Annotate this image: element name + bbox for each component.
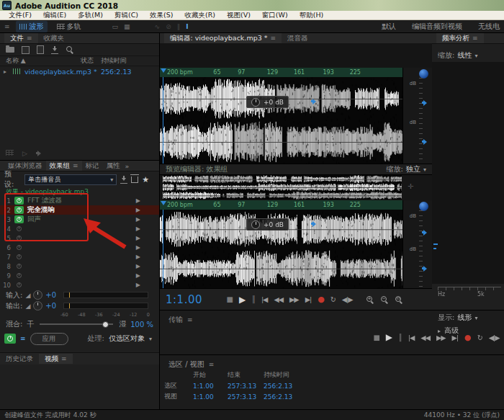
workspace-default[interactable]: 默认 (382, 22, 396, 32)
slot-arrow-icon[interactable]: ▶ (136, 197, 140, 204)
view-end[interactable]: 257:3.13 (228, 393, 264, 401)
effect-slot[interactable]: 9 ▶ (0, 271, 159, 280)
search-icon[interactable] (66, 45, 74, 54)
slot-arrow-icon[interactable]: ▶ (136, 244, 140, 251)
beats-ruler[interactable]: 200 bpm 6597129161193225 (160, 200, 403, 210)
waveform-display[interactable]: +0 dB (160, 77, 403, 164)
save-preset-icon[interactable] (120, 176, 127, 184)
zoom-navigator[interactable] (160, 43, 432, 68)
playhead-marker[interactable] (161, 201, 166, 205)
tab-frequency-analysis[interactable]: 频率分析 ≡ (436, 33, 484, 43)
waveform-view-button[interactable]: 波形 (16, 21, 48, 32)
waveform-display[interactable]: +0 dB (160, 210, 403, 288)
power-icon[interactable] (14, 197, 24, 205)
effect-slot[interactable]: 6 ▶ (0, 243, 159, 252)
preview-options-icon[interactable]: ✛ (408, 182, 413, 190)
monitor-icon[interactable]: ▭ (112, 23, 119, 30)
preset-select[interactable]: 单击播音员 ▾ (24, 174, 117, 185)
slot-arrow-icon[interactable]: ▶ (136, 263, 140, 269)
column-name[interactable]: 名称 ▲ (6, 56, 26, 66)
column-status[interactable]: 状态 (81, 56, 94, 66)
zoom-value[interactable]: 独立 (406, 164, 420, 174)
loop-button[interactable]: ↻ (477, 334, 482, 341)
play-button[interactable]: ▶ (386, 332, 392, 342)
right-channel-speaker-icon[interactable] (422, 138, 429, 145)
menu-item-6[interactable]: 视图(V) (221, 11, 256, 20)
move-playhead-button[interactable]: ◀|▶ (342, 295, 353, 303)
stop-button[interactable]: ■ (373, 334, 379, 341)
workspace-radio[interactable]: 无线电 (478, 22, 500, 32)
effect-slot[interactable]: 1 FFT 滤波器 ▶ (0, 196, 159, 205)
open-file-icon[interactable] (6, 47, 14, 53)
column-duration[interactable]: 持续时间 (101, 56, 127, 66)
slot-arrow-icon[interactable]: ▶ (136, 282, 140, 288)
expand-icon[interactable]: ▸ (4, 68, 6, 75)
autoplay-icon[interactable]: ▷ (22, 150, 27, 157)
slot-arrow-icon[interactable]: ▶ (136, 254, 140, 260)
hud-volume[interactable]: +0 dB (246, 218, 289, 231)
effect-slot[interactable]: 2 完全混响 ▶ (0, 205, 159, 215)
record-button[interactable]: ● (464, 333, 471, 342)
tab-overflow-icon[interactable]: » (124, 161, 131, 171)
rewind-button[interactable]: ◀◀ (420, 334, 430, 341)
marquee-tool-icon[interactable]: ⊘ (166, 23, 171, 30)
right-channel-speaker-icon[interactable] (422, 265, 429, 272)
power-icon[interactable] (14, 262, 24, 270)
chevron-down-icon[interactable]: ▾ (474, 53, 477, 59)
tab-files[interactable]: 文件 ≡ (4, 33, 38, 43)
menu-item-0[interactable]: 文件(F) (3, 11, 37, 20)
beats-ruler[interactable]: 200 bpm 6597129161193225 (160, 68, 403, 78)
favorite-star-icon[interactable]: ★ (142, 175, 149, 184)
rack-power-button[interactable] (4, 334, 16, 344)
power-icon[interactable] (14, 206, 24, 214)
media-type-icon[interactable] (6, 150, 14, 156)
tab-properties[interactable]: 属性 (103, 161, 124, 171)
power-icon[interactable] (14, 243, 24, 251)
panel-menu-icon[interactable]: ≡ (73, 162, 78, 169)
freq-scale-value[interactable]: 线性 (457, 50, 472, 61)
spectral-tool-icon[interactable]: ∿ (155, 23, 161, 30)
pause-button[interactable]: ║ (398, 334, 402, 341)
selection-row[interactable]: 选区 1:1.00 257:3.13 256:2.13 (164, 380, 307, 391)
hud-speaker-icon[interactable] (311, 220, 318, 227)
output-gain-knob[interactable] (33, 301, 42, 310)
play-button[interactable]: ▶ (239, 295, 245, 305)
advanced-toggle[interactable]: 高级 (444, 326, 459, 336)
slot-arrow-icon[interactable]: ▶ (136, 235, 140, 241)
power-icon[interactable] (14, 225, 24, 233)
chevron-down-icon[interactable]: ▾ (423, 166, 426, 173)
menu-item-2[interactable]: 多轨(M) (72, 11, 109, 20)
slot-arrow-icon[interactable]: ▶ (136, 272, 140, 279)
hud-speaker-icon[interactable] (311, 98, 318, 104)
move-playhead-button[interactable]: ◀|▶ (489, 334, 500, 341)
power-icon[interactable] (14, 281, 24, 289)
panel-menu-icon[interactable]: ≡ (4, 23, 10, 30)
input-gain-knob[interactable] (33, 290, 42, 300)
menu-item-3[interactable]: 剪辑(C) (109, 11, 144, 20)
effect-slot[interactable]: 8 ▶ (0, 262, 159, 271)
delete-preset-icon[interactable] (131, 177, 138, 183)
left-channel-speaker-icon[interactable] (422, 99, 429, 106)
preview-overview-strip[interactable] (163, 175, 402, 200)
menu-item-4[interactable]: 效果(S) (144, 11, 179, 20)
mix-slider-handle[interactable] (102, 321, 109, 328)
power-icon[interactable] (14, 253, 24, 261)
playhead-marker[interactable] (161, 68, 166, 73)
loudness-icon[interactable] (36, 150, 43, 156)
panel-menu-icon[interactable]: ≡ (61, 355, 67, 362)
power-icon[interactable] (14, 234, 24, 242)
skip-forward-button[interactable]: ▶| (305, 295, 312, 303)
rack-options-icon[interactable]: ≡ (20, 335, 26, 342)
zoom-in-icon[interactable]: + (366, 295, 374, 304)
chevron-down-icon[interactable]: ▾ (149, 336, 152, 342)
tab-favorites[interactable]: 收藏夹 (38, 33, 71, 43)
metering-icon[interactable]: ▦ (124, 23, 130, 30)
tab-effects-rack[interactable]: 效果组 ≡ (46, 161, 82, 171)
effect-slot[interactable]: 3 回声 ▶ (0, 215, 159, 224)
freq-display-value[interactable]: 线形 (457, 313, 472, 323)
multitrack-view-button[interactable]: 多轨 (53, 21, 85, 32)
selection-end[interactable]: 257:3.13 (228, 383, 264, 390)
tab-editor[interactable]: 编辑器: videoplayback.mp3 * ≡ (164, 33, 282, 43)
effect-slot[interactable]: 7 ▶ (0, 252, 159, 262)
slot-arrow-icon[interactable]: ▶ (136, 225, 140, 232)
